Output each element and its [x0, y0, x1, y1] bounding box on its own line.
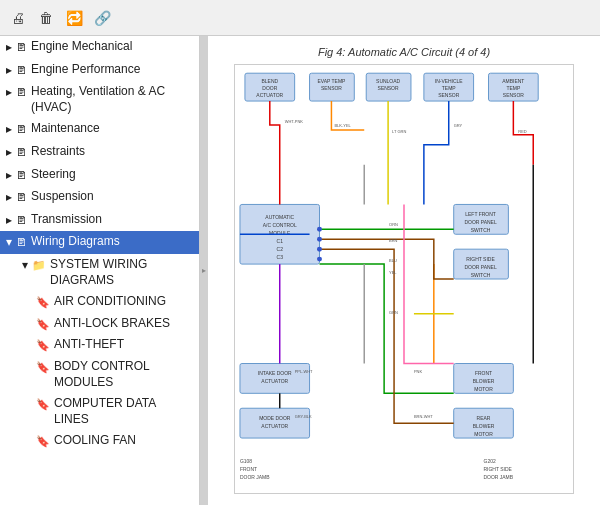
svg-text:AUTOMATIC: AUTOMATIC — [265, 215, 294, 220]
svg-text:RIGHT SIDE: RIGHT SIDE — [484, 467, 513, 472]
svg-text:TEMP: TEMP — [442, 86, 456, 91]
svg-text:ACTUATOR: ACTUATOR — [256, 93, 283, 98]
svg-text:GRY: GRY — [454, 123, 463, 128]
print-icon[interactable]: 🖨 — [8, 8, 28, 28]
svg-text:SWITCH: SWITCH — [471, 228, 491, 233]
wiring-diagram-svg: BLEND DOOR ACTUATOR EVAP TEMP SENSOR SUN… — [235, 65, 573, 493]
main-area: ▸ 🖹 Engine Mechanical ▸ 🖹 Engine Perform… — [0, 36, 600, 505]
svg-text:BLK-YEL: BLK-YEL — [334, 123, 351, 128]
svg-point-50 — [317, 247, 322, 252]
bookmark-icon: 🔖 — [36, 317, 50, 331]
svg-text:BLU: BLU — [389, 258, 397, 263]
sidebar-icon: 🖹 — [16, 235, 27, 249]
svg-text:DOOR PANEL: DOOR PANEL — [464, 265, 496, 270]
svg-text:DOOR JAMB: DOOR JAMB — [240, 475, 270, 480]
sidebar-icon: 🖹 — [16, 63, 27, 77]
svg-text:C3: C3 — [277, 255, 284, 260]
sidebar-label: BODY CONTROL MODULES — [54, 359, 193, 390]
sidebar-item-anti-theft[interactable]: 🔖 ANTI-THEFT — [0, 334, 199, 356]
refresh-icon[interactable]: 🔁 — [64, 8, 84, 28]
sidebar-item-transmission[interactable]: ▸ 🖹 Transmission — [0, 209, 199, 232]
svg-text:LEFT FRONT: LEFT FRONT — [465, 212, 496, 217]
svg-text:SWITCH: SWITCH — [471, 273, 491, 278]
collapse-arrow: ▾ — [6, 235, 16, 251]
svg-text:RED: RED — [518, 129, 527, 134]
collapse-arrow: ▸ — [6, 85, 16, 101]
sidebar-label: ANTI-LOCK BRAKES — [54, 316, 193, 332]
sidebar-icon: 🖹 — [16, 40, 27, 54]
sidebar-label: Engine Mechanical — [31, 39, 193, 55]
collapse-arrow: ▾ — [22, 258, 32, 274]
svg-text:GRY-BLK: GRY-BLK — [295, 414, 312, 419]
svg-text:IN-VEHICLE: IN-VEHICLE — [435, 79, 464, 84]
sidebar-item-computer-data-lines[interactable]: 🔖 COMPUTER DATA LINES — [0, 393, 199, 430]
svg-point-51 — [317, 257, 322, 262]
sidebar-label: Transmission — [31, 212, 193, 228]
svg-text:BRN: BRN — [389, 238, 398, 243]
sidebar: ▸ 🖹 Engine Mechanical ▸ 🖹 Engine Perform… — [0, 36, 200, 505]
sidebar-item-cooling-fan[interactable]: 🔖 COOLING FAN — [0, 430, 199, 452]
sidebar-item-body-control-modules[interactable]: 🔖 BODY CONTROL MODULES — [0, 356, 199, 393]
sidebar-item-restraints[interactable]: ▸ 🖹 Restraints — [0, 141, 199, 164]
svg-text:SUNLOAD: SUNLOAD — [376, 79, 400, 84]
sidebar-resize-handle[interactable] — [200, 36, 208, 505]
svg-text:C1: C1 — [277, 239, 284, 244]
svg-text:PPL-WHT: PPL-WHT — [295, 369, 313, 374]
sidebar-item-system-wiring-diagrams[interactable]: ▾ 📁 SYSTEM WIRING DIAGRAMS — [0, 254, 199, 291]
sidebar-label: Engine Performance — [31, 62, 193, 78]
collapse-arrow: ▸ — [6, 145, 16, 161]
svg-text:SENSOR: SENSOR — [503, 93, 524, 98]
toolbar: 🖨 🗑 🔁 🔗 — [0, 0, 600, 36]
collapse-arrow: ▸ — [6, 40, 16, 56]
bookmark-icon: 🔖 — [36, 360, 50, 374]
collapse-arrow: ▸ — [6, 63, 16, 79]
svg-text:SENSOR: SENSOR — [378, 86, 399, 91]
svg-text:WHT-PNK: WHT-PNK — [285, 119, 304, 124]
svg-text:DOOR PANEL: DOOR PANEL — [464, 220, 496, 225]
sidebar-icon: 🖹 — [16, 122, 27, 136]
sidebar-item-wiring-diagrams[interactable]: ▾ 🖹 Wiring Diagrams — [0, 231, 199, 254]
sidebar-item-maintenance[interactable]: ▸ 🖹 Maintenance — [0, 118, 199, 141]
content-area: Fig 4: Automatic A/C Circuit (4 of 4) BL… — [208, 36, 600, 505]
sidebar-item-anti-lock-brakes[interactable]: 🔖 ANTI-LOCK BRAKES — [0, 313, 199, 335]
sidebar-item-air-conditioning[interactable]: 🔖 AIR CONDITIONING — [0, 291, 199, 313]
bookmark-icon: 🔖 — [36, 397, 50, 411]
svg-text:EVAP TEMP: EVAP TEMP — [317, 79, 346, 84]
sidebar-item-suspension[interactable]: ▸ 🖹 Suspension — [0, 186, 199, 209]
sidebar-label: Heating, Ventilation & AC (HVAC) — [31, 84, 193, 115]
svg-text:BLOWER: BLOWER — [473, 424, 495, 429]
svg-text:MOTOR: MOTOR — [474, 432, 493, 437]
svg-text:ACTUATOR: ACTUATOR — [261, 379, 288, 384]
link-icon[interactable]: 🔗 — [92, 8, 112, 28]
sidebar-icon: 🖹 — [16, 145, 27, 159]
sidebar-item-engine-performance[interactable]: ▸ 🖹 Engine Performance — [0, 59, 199, 82]
svg-text:G202: G202 — [484, 459, 496, 464]
svg-point-48 — [317, 227, 322, 232]
svg-text:YEL: YEL — [389, 270, 397, 275]
svg-text:BLOWER: BLOWER — [473, 379, 495, 384]
sidebar-item-engine-mechanical[interactable]: ▸ 🖹 Engine Mechanical — [0, 36, 199, 59]
svg-text:TEMP: TEMP — [506, 86, 520, 91]
sidebar-icon: 🖹 — [16, 190, 27, 204]
svg-text:FRONT: FRONT — [240, 467, 257, 472]
sidebar-label: COOLING FAN — [54, 433, 193, 449]
sidebar-icon: 🖹 — [16, 168, 27, 182]
svg-text:ORN: ORN — [389, 222, 398, 227]
svg-text:BLEND: BLEND — [262, 79, 279, 84]
svg-text:DOOR JAMB: DOOR JAMB — [484, 475, 514, 480]
sidebar-label: Restraints — [31, 144, 193, 160]
svg-text:PNK: PNK — [414, 369, 423, 374]
sidebar-item-steering[interactable]: ▸ 🖹 Steering — [0, 164, 199, 187]
svg-text:REAR: REAR — [477, 416, 491, 421]
svg-point-49 — [317, 237, 322, 242]
bookmark-icon: 🔖 — [36, 338, 50, 352]
sidebar-label: Maintenance — [31, 121, 193, 137]
diagram-container: BLEND DOOR ACTUATOR EVAP TEMP SENSOR SUN… — [234, 64, 574, 494]
svg-text:SENSOR: SENSOR — [321, 86, 342, 91]
sidebar-label: AIR CONDITIONING — [54, 294, 193, 310]
collapse-arrow: ▸ — [6, 122, 16, 138]
sidebar-icon: 🖹 — [16, 85, 27, 99]
sidebar-item-hvac[interactable]: ▸ 🖹 Heating, Ventilation & AC (HVAC) — [0, 81, 199, 118]
delete-icon[interactable]: 🗑 — [36, 8, 56, 28]
sidebar-label: Wiring Diagrams — [31, 234, 193, 250]
